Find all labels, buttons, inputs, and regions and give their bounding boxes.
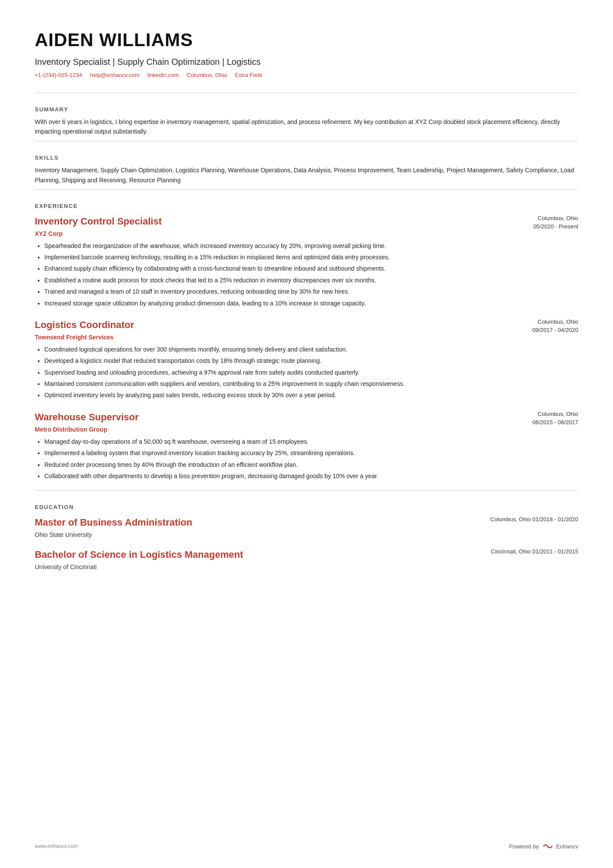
exp-entry-2: Warehouse Supervisor Metro Distribution … xyxy=(35,410,578,481)
exp-left-0: Inventory Control Specialist XYZ Corp xyxy=(35,214,162,241)
skills-text: Inventory Management, Supply Chain Optim… xyxy=(35,165,578,185)
exp-bullets-2: Managed day-to-day operations of a 50,00… xyxy=(35,437,578,481)
bullet-0-0: Spearheaded the reorganization of the wa… xyxy=(44,241,578,251)
exp-header-1: Logistics Coordinator Townsend Freight S… xyxy=(35,318,578,345)
edu-school-0: Ohio State University xyxy=(35,530,192,540)
resume-page: AIDEN WILLIAMS Inventory Specialist | Su… xyxy=(0,0,613,868)
summary-section: SUMMARY With over 6 years in logistics, … xyxy=(35,93,578,137)
bullet-2-3: Collaborated with other departments to d… xyxy=(44,471,578,481)
edu-meta-1: Cincinnati, Ohio 01/2011 - 01/2015 xyxy=(491,547,578,556)
skills-divider xyxy=(35,141,578,141)
bullet-0-5: Increased storage space utilization by a… xyxy=(44,298,578,308)
edu-meta-0: Columbus, Ohio 01/2018 - 01/2020 xyxy=(490,515,578,524)
summary-text: With over 6 years in logistics, I bring … xyxy=(35,117,578,137)
exp-dates-0: 05/2020 - Present xyxy=(491,222,578,231)
contact-location: Columbus, Ohio xyxy=(187,71,227,80)
enhancv-logo: Enhancv xyxy=(542,842,578,851)
contact-phone[interactable]: +1-(234)-555-1234 xyxy=(35,71,82,80)
bullet-1-4: Optimized inventory levels by analyzing … xyxy=(44,390,578,400)
exp-meta-2: Columbus, Ohio 06/2015 - 08/2017 xyxy=(491,410,578,427)
footer-website: www.enhancv.com xyxy=(35,842,78,850)
exp-header-2: Warehouse Supervisor Metro Distribution … xyxy=(35,410,578,437)
summary-divider xyxy=(35,93,578,93)
contact-linkedin[interactable]: linkedin.com xyxy=(147,71,179,80)
exp-meta-0: Columbus, Ohio 05/2020 - Present xyxy=(491,214,578,231)
exp-company-1: Townsend Freight Services xyxy=(35,333,134,342)
edu-left-0: Master of Business Administration Ohio S… xyxy=(35,515,192,540)
exp-title-1: Logistics Coordinator xyxy=(35,318,134,332)
skills-label: SKILLS xyxy=(35,154,578,162)
exp-location-0: Columbus, Ohio xyxy=(491,214,578,223)
edu-location-1: Cincinnati, Ohio xyxy=(491,548,531,555)
header: AIDEN WILLIAMS Inventory Specialist | Su… xyxy=(35,26,578,80)
contact-extra: Extra Field xyxy=(235,71,262,80)
edu-title-1: Bachelor of Science in Logistics Managem… xyxy=(35,547,243,562)
edu-title-0: Master of Business Administration xyxy=(35,515,192,530)
exp-header-0: Inventory Control Specialist XYZ Corp Co… xyxy=(35,214,578,241)
exp-company-0: XYZ Corp xyxy=(35,229,162,238)
enhancv-logo-icon xyxy=(542,842,554,850)
contact-info: +1-(234)-555-1234 help@enhancv.com linke… xyxy=(35,71,578,80)
exp-bullets-0: Spearheaded the reorganization of the wa… xyxy=(35,241,578,308)
bullet-0-2: Enhanced supply chain efficiency by coll… xyxy=(44,264,578,273)
education-section: EDUCATION Master of Business Administrat… xyxy=(35,490,578,572)
bullet-0-4: Trained and managed a team of 10 staff i… xyxy=(44,287,578,296)
education-divider xyxy=(35,490,578,491)
bullet-2-2: Reduced order processing times by 40% th… xyxy=(44,460,578,469)
edu-header-0: Master of Business Administration Ohio S… xyxy=(35,515,578,540)
enhancv-brand-name: Enhancv xyxy=(556,842,578,851)
edu-location-0: Columbus, Ohio xyxy=(490,516,531,523)
bullet-1-0: Coordinated logistical operations for ov… xyxy=(44,345,578,354)
edu-school-1: University of Cincinnati xyxy=(35,563,243,572)
exp-location-2: Columbus, Ohio xyxy=(491,410,578,419)
edu-header-1: Bachelor of Science in Logistics Managem… xyxy=(35,547,578,572)
bullet-2-1: Implemented a labeling system that impro… xyxy=(44,448,578,458)
edu-entry-1: Bachelor of Science in Logistics Managem… xyxy=(35,547,578,572)
footer-brand: Powered by Enhancv xyxy=(509,842,578,851)
exp-entry-0: Inventory Control Specialist XYZ Corp Co… xyxy=(35,214,578,308)
exp-dates-1: 09/2017 - 04/2020 xyxy=(491,326,578,335)
exp-title-0: Inventory Control Specialist xyxy=(35,214,162,228)
candidate-title: Inventory Specialist | Supply Chain Opti… xyxy=(35,55,578,68)
contact-email[interactable]: help@enhancv.com xyxy=(90,71,140,80)
exp-dates-2: 06/2015 - 08/2017 xyxy=(491,418,578,427)
exp-location-1: Columbus, Ohio xyxy=(491,318,578,326)
powered-by-label: Powered by xyxy=(509,842,539,851)
experience-label: EXPERIENCE xyxy=(35,202,578,211)
edu-left-1: Bachelor of Science in Logistics Managem… xyxy=(35,547,243,572)
exp-entry-1: Logistics Coordinator Townsend Freight S… xyxy=(35,318,578,400)
exp-left-1: Logistics Coordinator Townsend Freight S… xyxy=(35,318,134,345)
candidate-name: AIDEN WILLIAMS xyxy=(35,26,578,54)
edu-dates-0: 01/2018 - 01/2020 xyxy=(532,516,578,523)
bullet-2-0: Managed day-to-day operations of a 50,00… xyxy=(44,437,578,446)
exp-title-2: Warehouse Supervisor xyxy=(35,410,139,424)
experience-divider xyxy=(35,189,578,190)
experience-section: EXPERIENCE Inventory Control Specialist … xyxy=(35,189,578,481)
exp-company-2: Metro Distribution Group xyxy=(35,425,139,434)
education-label: EDUCATION xyxy=(35,503,578,512)
bullet-0-1: Implemented barcode scanning technology,… xyxy=(44,252,578,262)
exp-left-2: Warehouse Supervisor Metro Distribution … xyxy=(35,410,139,437)
edu-entry-0: Master of Business Administration Ohio S… xyxy=(35,515,578,540)
bullet-1-3: Maintained consistent communication with… xyxy=(44,379,578,389)
skills-section: SKILLS Inventory Management, Supply Chai… xyxy=(35,141,578,185)
exp-meta-1: Columbus, Ohio 09/2017 - 04/2020 xyxy=(491,318,578,335)
edu-dates-1: 01/2011 - 01/2015 xyxy=(532,548,578,555)
page-footer: www.enhancv.com Powered by Enhancv xyxy=(35,842,578,851)
summary-label: SUMMARY xyxy=(35,105,578,114)
bullet-1-1: Developed a logistics model that reduced… xyxy=(44,356,578,365)
bullet-1-2: Supervised loading and unloading procedu… xyxy=(44,368,578,377)
exp-bullets-1: Coordinated logistical operations for ov… xyxy=(35,345,578,400)
bullet-0-3: Established a routine audit process for … xyxy=(44,275,578,285)
